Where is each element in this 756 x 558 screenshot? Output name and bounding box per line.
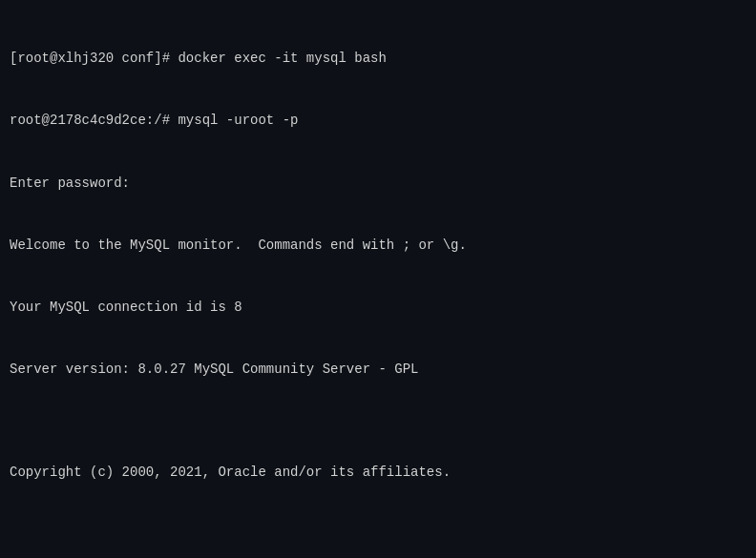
terminal-line-8: Copyright (c) 2000, 2021, Oracle and/or … [10, 463, 746, 484]
terminal-window: [root@xlhj320 conf]# docker exec -it mys… [0, 0, 756, 558]
terminal-line-4: Welcome to the MySQL monitor. Commands e… [10, 236, 746, 257]
terminal-line-1: [root@xlhj320 conf]# docker exec -it mys… [10, 49, 746, 70]
terminal-line-3: Enter password: [10, 174, 746, 195]
terminal-line-5: Your MySQL connection id is 8 [10, 298, 746, 319]
terminal-line-2: root@2178c4c9d2ce:/# mysql -uroot -p [10, 111, 746, 132]
terminal-line-6: Server version: 8.0.27 MySQL Community S… [10, 360, 746, 381]
